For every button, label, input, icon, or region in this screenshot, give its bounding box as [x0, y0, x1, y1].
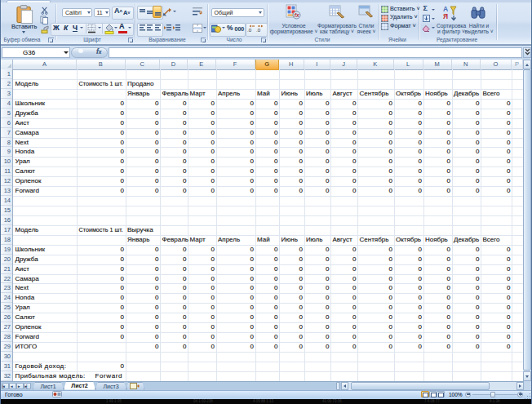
- svg-text:.0: .0: [256, 28, 261, 33]
- svg-text:fx: fx: [295, 12, 299, 18]
- svg-text:Я: Я: [443, 12, 448, 20]
- svg-text:.0: .0: [247, 28, 252, 33]
